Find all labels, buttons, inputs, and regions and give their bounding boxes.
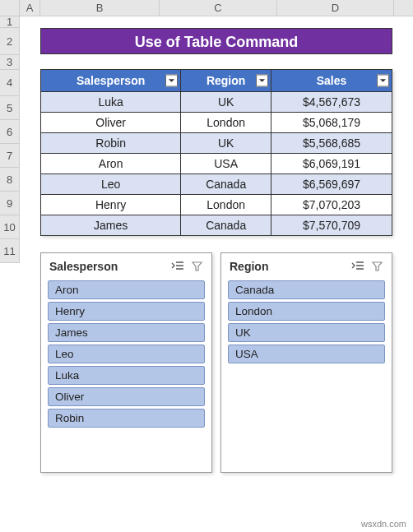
- slicer-header: Salesperson: [46, 258, 206, 278]
- cell-salesperson[interactable]: Robin: [41, 133, 181, 154]
- slicer-title: Region: [230, 260, 268, 273]
- slicer-item[interactable]: Luka: [48, 366, 205, 385]
- data-table: Salesperson Region Sales: [40, 69, 392, 236]
- th-salesperson[interactable]: Salesperson: [41, 70, 181, 92]
- cell-salesperson[interactable]: Luka: [41, 92, 181, 113]
- row-header[interactable]: 4: [0, 70, 20, 96]
- cell-region[interactable]: Canada: [181, 215, 271, 236]
- row-header[interactable]: 7: [0, 144, 20, 168]
- cell-sales[interactable]: $6,569,697: [271, 174, 392, 195]
- slicer-header: Region: [226, 258, 387, 278]
- row-header[interactable]: 8: [0, 168, 20, 192]
- cell-sales[interactable]: $5,068,179: [271, 113, 392, 133]
- filter-dropdown-icon[interactable]: [256, 75, 268, 87]
- row-header[interactable]: 5: [0, 96, 20, 120]
- slicer-item[interactable]: Oliver: [48, 387, 205, 406]
- slicers-container: Salesperson AronHenryJamesLeoLukaOliverR…: [40, 252, 392, 473]
- cell-salesperson[interactable]: James: [41, 215, 181, 236]
- cell-sales[interactable]: $5,568,685: [271, 133, 392, 154]
- cell-sales[interactable]: $7,070,203: [271, 195, 392, 215]
- slicer-region[interactable]: Region CanadaLondonUKUSA: [220, 252, 392, 473]
- cell-salesperson[interactable]: Leo: [41, 174, 181, 195]
- page-title: Use of Table Command: [40, 28, 392, 54]
- select-all-cell[interactable]: [0, 0, 20, 16]
- table-row[interactable]: HenryLondon$7,070,203: [41, 195, 392, 215]
- slicer-item[interactable]: London: [228, 302, 385, 321]
- row-header[interactable]: 2: [0, 28, 20, 55]
- cell-salesperson[interactable]: Aron: [41, 154, 181, 174]
- th-region[interactable]: Region: [181, 70, 271, 92]
- row-header[interactable]: 1: [0, 16, 20, 28]
- slicer-title: Salesperson: [49, 260, 118, 273]
- slicer-item[interactable]: Robin: [48, 409, 205, 428]
- cell-sales[interactable]: $7,570,709: [271, 215, 392, 236]
- cell-salesperson[interactable]: Henry: [41, 195, 181, 215]
- slicer-items: CanadaLondonUKUSA: [226, 280, 387, 363]
- watermark: wsxdn.com: [361, 519, 406, 529]
- cell-region[interactable]: Canada: [181, 174, 271, 195]
- slicer-item[interactable]: Aron: [48, 280, 205, 299]
- col-header-c[interactable]: C: [160, 0, 277, 16]
- table-row[interactable]: OliverLondon$5,068,179: [41, 113, 392, 133]
- cell-region[interactable]: USA: [181, 154, 271, 174]
- filter-dropdown-icon[interactable]: [377, 75, 389, 87]
- cell-sales[interactable]: $4,567,673: [271, 92, 392, 113]
- col-header-a[interactable]: A: [20, 0, 40, 16]
- clear-filter-icon[interactable]: [190, 261, 205, 272]
- table-row[interactable]: LeoCanada$6,569,697: [41, 174, 392, 195]
- cell-region[interactable]: London: [181, 195, 271, 215]
- slicer-salesperson[interactable]: Salesperson AronHenryJamesLeoLukaOliverR…: [40, 252, 212, 473]
- table-row[interactable]: AronUSA$6,069,191: [41, 154, 392, 174]
- th-region-label: Region: [206, 74, 245, 87]
- cell-region[interactable]: London: [181, 113, 271, 133]
- slicer-items: AronHenryJamesLeoLukaOliverRobin: [46, 280, 206, 428]
- slicer-item[interactable]: Henry: [48, 302, 205, 321]
- clear-filter-icon[interactable]: [370, 261, 385, 272]
- cell-region[interactable]: UK: [181, 92, 271, 113]
- slicer-item[interactable]: UK: [228, 323, 385, 342]
- slicer-item[interactable]: James: [48, 323, 205, 342]
- cells-area: Use of Table Command Salesperson Region: [20, 16, 413, 473]
- worksheet-grid: A B C D 1 2 3 4 5 6 7 8 9 10 11 Use of T…: [0, 0, 413, 532]
- table-row[interactable]: JamesCanada$7,570,709: [41, 215, 392, 236]
- row-header[interactable]: 10: [0, 215, 20, 239]
- multiselect-icon[interactable]: [170, 261, 185, 272]
- row-header[interactable]: 3: [0, 55, 20, 70]
- filter-dropdown-icon[interactable]: [165, 75, 178, 87]
- cell-region[interactable]: UK: [181, 133, 271, 154]
- cell-sales[interactable]: $6,069,191: [271, 154, 392, 174]
- table-row[interactable]: RobinUK$5,568,685: [41, 133, 392, 154]
- multiselect-icon[interactable]: [350, 261, 365, 272]
- th-sales-label: Sales: [317, 74, 347, 87]
- row-header[interactable]: 9: [0, 192, 20, 215]
- col-header-b[interactable]: B: [40, 0, 160, 16]
- column-headers: A B C D: [0, 0, 413, 16]
- slicer-item[interactable]: Canada: [228, 280, 385, 299]
- row-header[interactable]: 11: [0, 239, 20, 263]
- th-sales[interactable]: Sales: [271, 70, 392, 92]
- col-header-d[interactable]: D: [277, 0, 394, 16]
- slicer-item[interactable]: Leo: [48, 345, 205, 363]
- cell-salesperson[interactable]: Oliver: [41, 113, 181, 133]
- row-header[interactable]: 6: [0, 120, 20, 144]
- row-headers: 1 2 3 4 5 6 7 8 9 10 11: [0, 16, 20, 263]
- slicer-item[interactable]: USA: [228, 345, 385, 363]
- th-salesperson-label: Salesperson: [77, 74, 145, 87]
- table-row[interactable]: LukaUK$4,567,673: [41, 92, 392, 113]
